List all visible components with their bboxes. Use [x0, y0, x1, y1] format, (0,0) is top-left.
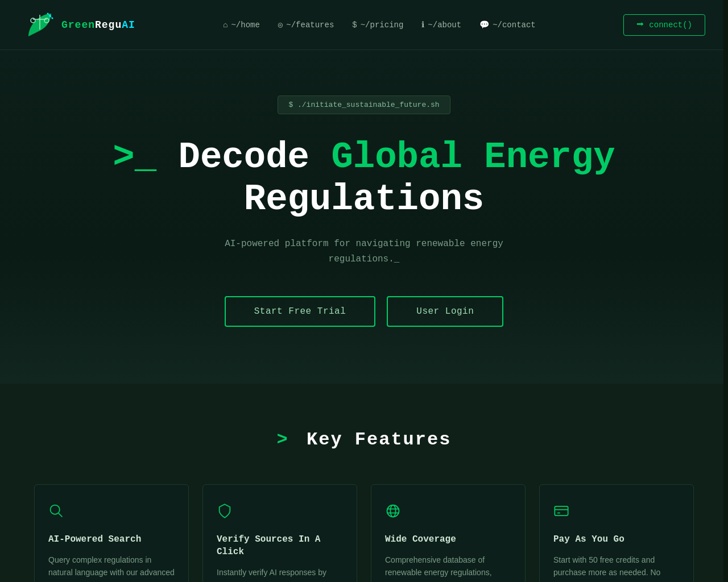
logo: GreenReguAI [23, 8, 135, 42]
nav-item-contact[interactable]: 💬 ~/contact [479, 20, 536, 30]
feature-card-search: AI-Powered Search Query complex regulati… [34, 484, 189, 582]
nav-link-about[interactable]: ℹ ~/about [421, 20, 461, 30]
feature-title-search: AI-Powered Search [48, 533, 175, 546]
hero-title: >_ Decode Global Energy Regulations [113, 137, 615, 221]
user-login-button[interactable]: User Login [387, 296, 503, 327]
feature-desc-pricing: Start with 50 free credits and purchase … [553, 554, 680, 582]
hero-section: $ ./initiate_sustainable_future.sh >_ De… [0, 50, 728, 384]
features-icon: ◎ [278, 20, 283, 30]
svg-point-12 [390, 505, 395, 517]
feature-card-coverage: Wide Coverage Comprehensive database of … [371, 484, 526, 582]
feature-desc-verify: Instantly verify AI responses by accessi… [217, 566, 343, 582]
hero-buttons: Start Free Trial User Login [225, 296, 504, 327]
feature-card-pricing: Pay As You Go Start with 50 free credits… [539, 484, 694, 582]
scrollbar-strip [723, 0, 728, 582]
svg-point-11 [387, 505, 399, 517]
nav-item-home[interactable]: ⌂ ~/home [223, 20, 260, 30]
features-section: > Key Features AI-Powered Search Query c… [0, 384, 728, 582]
logo-text: GreenReguAI [61, 19, 135, 31]
contact-icon: 💬 [479, 20, 489, 30]
logo-icon [23, 8, 57, 42]
nav-links: ⌂ ~/home ◎ ~/features $ ~/pricing ℹ ~/ab… [223, 20, 536, 30]
globe-icon [385, 503, 511, 522]
features-arrow: > [277, 429, 289, 450]
nav-link-pricing[interactable]: $ ~/pricing [352, 20, 403, 30]
nav-item-features[interactable]: ◎ ~/features [278, 20, 334, 30]
feature-desc-coverage: Comprehensive database of renewable ener… [385, 554, 511, 582]
about-icon: ℹ [421, 20, 424, 30]
hero-title-highlight: Global Energy [331, 137, 615, 178]
nav-link-features[interactable]: ◎ ~/features [278, 20, 334, 30]
feature-title-verify: Verify Sources In A Click [217, 533, 343, 559]
start-free-trial-button[interactable]: Start Free Trial [225, 296, 376, 327]
card-icon [553, 503, 680, 522]
pricing-icon: $ [352, 20, 357, 30]
feature-card-verify: Verify Sources In A Click Instantly veri… [202, 484, 357, 582]
features-title: > Key Features [34, 429, 694, 450]
svg-rect-15 [555, 506, 568, 515]
search-icon [48, 503, 175, 522]
nav-link-home[interactable]: ⌂ ~/home [223, 20, 260, 30]
feature-desc-search: Query complex regulations in natural lan… [48, 554, 175, 582]
command-badge: $ ./initiate_sustainable_future.sh [278, 95, 450, 114]
features-grid: AI-Powered Search Query complex regulati… [34, 484, 694, 582]
nav-item-about[interactable]: ℹ ~/about [421, 20, 461, 30]
svg-line-10 [59, 513, 62, 517]
nav-item-pricing[interactable]: $ ~/pricing [352, 20, 403, 30]
hero-subtitle: AI-powered platform for navigating renew… [199, 236, 529, 267]
navbar: GreenReguAI ⌂ ~/home ◎ ~/features $ ~/pr… [0, 0, 728, 50]
feature-title-coverage: Wide Coverage [385, 533, 511, 546]
hero-title-normal: Decode [156, 137, 331, 178]
home-icon: ⌂ [223, 20, 228, 30]
hero-title-normal2: Regulations [244, 179, 484, 220]
svg-point-9 [51, 505, 60, 514]
shield-icon [217, 503, 343, 522]
connect-button[interactable]: ⮕ connect() [623, 14, 705, 36]
feature-title-pricing: Pay As You Go [553, 533, 680, 546]
nav-link-contact[interactable]: 💬 ~/contact [479, 20, 536, 30]
svg-point-2 [31, 18, 35, 23]
hero-prompt: >_ [113, 137, 156, 178]
